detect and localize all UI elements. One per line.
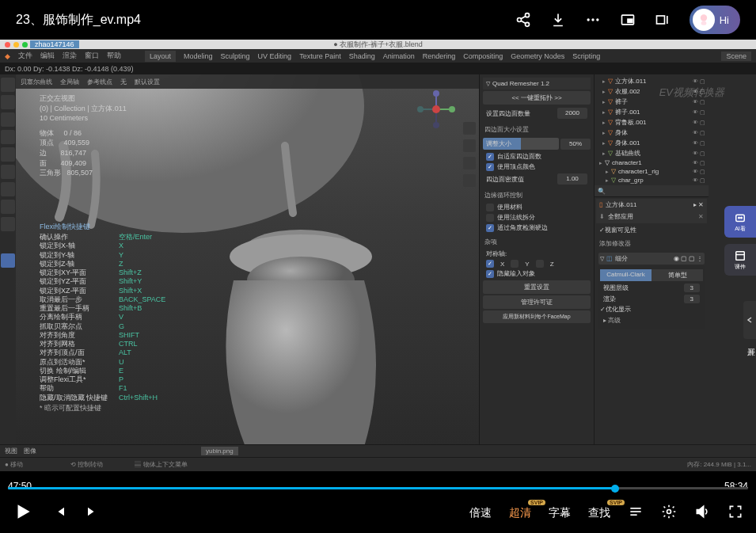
img-editor-image[interactable]: 图像 xyxy=(24,447,36,455)
workspace-tab-texture[interactable]: Texture Paint xyxy=(299,52,341,60)
detect-hard-checkbox[interactable]: ✓ xyxy=(486,224,494,232)
use-material-checkbox[interactable] xyxy=(486,204,494,211)
workspace-tab-scripting[interactable]: Scripting xyxy=(572,52,600,60)
outliner-item[interactable]: ▸▽基础曲线👁▢ xyxy=(596,148,707,158)
outliner-item[interactable]: ▸▽身体👁▢ xyxy=(596,128,707,138)
fullscreen-icon[interactable] xyxy=(728,504,743,523)
download-icon[interactable] xyxy=(550,12,566,28)
outliner-item[interactable]: ▸▽char_grp👁▢ xyxy=(596,176,707,185)
catmull-clark-button[interactable]: Catmull-Clark xyxy=(600,269,652,281)
remesh-button[interactable]: << 一键重拓扑 >> xyxy=(483,91,591,105)
sym-x-checkbox[interactable]: ✓ xyxy=(486,260,494,268)
subtitle-button[interactable]: 字幕 xyxy=(549,506,571,520)
sym-y-checkbox[interactable] xyxy=(511,260,519,268)
normal-split-checkbox[interactable] xyxy=(486,214,494,222)
tool-rotate[interactable] xyxy=(1,130,15,144)
adaptive-quad-checkbox[interactable]: ✓ xyxy=(486,153,494,161)
menu-help[interactable]: 帮助 xyxy=(107,51,121,61)
3d-viewport[interactable]: 贝塞尔曲线 全局轴 参考线点 无 默认设置 xyxy=(16,74,479,444)
menu-window[interactable]: 窗口 xyxy=(85,51,99,61)
search-button[interactable]: 查找 SVIP xyxy=(588,506,610,520)
outliner-item[interactable]: ▸▽character1👁▢ xyxy=(596,158,707,167)
total-time: 58:34 xyxy=(724,481,748,492)
simple-button[interactable]: 简单型 xyxy=(652,269,703,281)
tool-annotate[interactable] xyxy=(1,182,15,196)
settings-icon[interactable] xyxy=(661,504,677,523)
outliner-search[interactable]: 🔍 xyxy=(595,185,709,196)
vp-place[interactable]: 默认设置 xyxy=(135,78,160,86)
volume-icon[interactable] xyxy=(694,504,710,523)
workspace-tab-modeling[interactable]: Modeling xyxy=(184,52,213,60)
theater-icon[interactable] xyxy=(655,12,671,28)
tool-measure[interactable] xyxy=(1,200,15,214)
quality-button[interactable]: 超清 SVIP xyxy=(509,506,531,520)
vp-snap[interactable]: 无 xyxy=(120,78,127,86)
minimize-window-button[interactable] xyxy=(13,42,19,48)
expand-sidebar-button[interactable] xyxy=(743,301,756,339)
image-filename[interactable]: yubin.png xyxy=(201,447,238,455)
vp-ref[interactable]: 参考线点 xyxy=(87,78,112,86)
workspace-tab-animation[interactable]: Animation xyxy=(383,52,415,60)
svg-point-1 xyxy=(517,18,521,22)
nav-gizmo[interactable] xyxy=(417,90,455,128)
subsurf-modifier[interactable]: ▽ ◫ 细分 ◉▢▢⋮ xyxy=(598,253,705,265)
quad-count-field[interactable]: 2000 xyxy=(557,108,587,119)
menu-file[interactable]: 文件 xyxy=(18,51,32,61)
playlist-icon[interactable] xyxy=(628,504,644,523)
apply-all-button[interactable]: 全部应用 xyxy=(608,212,633,221)
scene-dropdown[interactable]: Scene xyxy=(721,51,751,61)
progress-bar[interactable] xyxy=(8,487,748,489)
workspace-tab-layout[interactable]: Layout xyxy=(145,51,176,62)
speed-button[interactable]: 倍速 xyxy=(469,506,492,520)
outliner-item[interactable]: ▸▽裤子.001👁▢ xyxy=(596,107,707,117)
workspace-tab-geonodes[interactable]: Geometry Nodes xyxy=(511,52,564,60)
courseware-tab[interactable]: 课件 xyxy=(724,244,756,276)
outliner-item[interactable]: ▸▽身体.001👁▢ xyxy=(596,138,707,148)
workspace-tab-sculpting[interactable]: Sculpting xyxy=(221,52,250,60)
tool-flexi-active[interactable] xyxy=(1,253,15,268)
img-editor-view[interactable]: 视图 xyxy=(5,447,17,455)
hi-assistant-button[interactable]: Hi xyxy=(690,6,740,34)
more-icon[interactable] xyxy=(585,12,601,28)
zoom-icon[interactable] xyxy=(463,122,476,135)
tool-add[interactable] xyxy=(1,217,15,231)
workspace-tab-shading[interactable]: Shading xyxy=(349,52,375,60)
persp-icon[interactable] xyxy=(463,174,476,187)
menu-edit[interactable]: 编辑 xyxy=(40,51,55,61)
tool-cursor[interactable] xyxy=(1,95,15,109)
vp-scale: 10 Centimeters xyxy=(40,113,127,124)
render-levels-field[interactable]: 3 xyxy=(684,295,700,303)
optimal-display-checkbox[interactable]: ✓ xyxy=(600,306,606,313)
sym-z-checkbox[interactable] xyxy=(536,260,544,268)
pip-icon[interactable] xyxy=(620,12,636,28)
prev-button[interactable] xyxy=(52,504,66,522)
facemap-button[interactable]: 应用新材料到每个FaceMap xyxy=(483,310,591,323)
share-icon[interactable] xyxy=(515,12,531,28)
workspace-tab-rendering[interactable]: Rendering xyxy=(423,52,456,60)
vertex-color-checkbox[interactable]: ✓ xyxy=(486,163,494,171)
play-button[interactable] xyxy=(13,501,33,525)
outliner-item[interactable]: ▸▽character1_rig👁▢ xyxy=(596,167,707,176)
tool-scale[interactable] xyxy=(1,147,15,162)
ai-tab[interactable]: AI看 xyxy=(724,206,756,238)
density-field[interactable]: 1.00 xyxy=(557,173,587,185)
workspace-tab-uv[interactable]: UV Editing xyxy=(258,52,292,60)
menu-render[interactable]: 渲染 xyxy=(63,51,77,61)
close-window-button[interactable] xyxy=(5,42,10,48)
camera-icon[interactable] xyxy=(463,157,476,169)
tool-tweak[interactable] xyxy=(1,78,15,92)
next-button[interactable] xyxy=(85,504,100,522)
reset-settings-button[interactable]: 重置设置 xyxy=(483,280,591,294)
vp-curve-type[interactable]: 贝塞尔曲线 xyxy=(21,78,52,86)
viewport-levels-field[interactable]: 3 xyxy=(684,284,700,292)
tool-move[interactable] xyxy=(1,112,15,127)
adjust-size-slider[interactable]: 调整大小 xyxy=(483,138,559,150)
hide-input-checkbox[interactable]: ✓ xyxy=(486,270,494,278)
outliner-item[interactable]: ▸▽背鲁板.001👁▢ xyxy=(596,117,707,128)
vp-axis[interactable]: 全局轴 xyxy=(60,78,79,86)
workspace-tab-compositing[interactable]: Compositing xyxy=(463,52,503,60)
tool-transform[interactable] xyxy=(1,165,15,179)
maximize-window-button[interactable] xyxy=(22,42,28,48)
license-button[interactable]: 管理许可证 xyxy=(483,295,591,309)
pan-icon[interactable] xyxy=(463,139,476,152)
